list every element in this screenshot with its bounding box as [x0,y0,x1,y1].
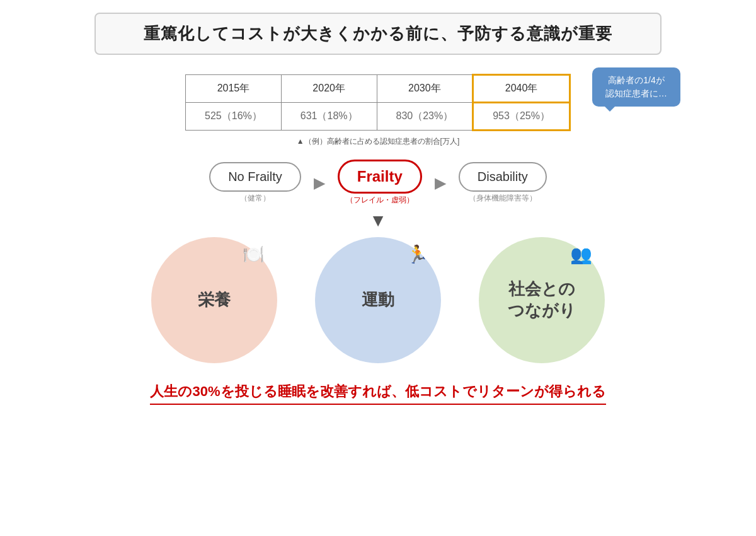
down-arrow-container: ▼ [38,211,718,231]
stats-table: 2015年 2020年 2030年 2040年 525（16%） 631（18%… [185,74,571,131]
frailty-sub: （フレイル・虚弱） [346,195,414,206]
no-frailty-item: No Frailty （健常） [209,162,301,204]
exercise-label: 運動 [362,289,394,311]
social-icon: 👥 [570,243,592,266]
callout-line1: 高齢者の1/4が [608,75,664,85]
frailty-progression: No Frailty （健常） ▶ Frailty （フレイル・虚弱） ▶ Di… [38,160,718,206]
social-label: 社会との つながり [508,279,576,322]
value-2020: 631（18%） [281,103,377,131]
callout-line2: 認知症患者に… [605,88,667,98]
page-title: 重篤化してコストが大きくかかる前に、予防する意識が重要 [115,23,641,45]
no-frailty-box: No Frailty [209,162,301,192]
frailty-box: Frailty [338,160,422,194]
disability-item: Disability （身体機能障害等） [459,162,547,204]
year-2040-header: 2040年 [473,75,570,103]
down-arrow-icon: ▼ [369,211,387,231]
social-circle-item: 👥 社会との つながり [479,237,605,363]
value-2040: 953（25%） [473,103,570,131]
year-2030-header: 2030年 [377,75,473,103]
stats-note: ▲（例）高齢者に占める認知症患者の割合[万人] [38,136,718,147]
title-box: 重篤化してコストが大きくかかる前に、予防する意識が重要 [94,13,662,55]
bottom-container: 人生の30%を投じる睡眠を改善すれば、低コストでリターンが得られる [38,382,718,405]
nutrition-circle: 🍽️ 栄養 [151,237,277,363]
stats-section: 2015年 2020年 2030年 2040年 525（16%） 631（18%… [38,74,718,131]
exercise-icon: 🏃 [406,243,428,266]
nutrition-label: 栄養 [198,289,231,311]
year-2015-header: 2015年 [186,75,282,103]
disability-sub: （身体機能障害等） [469,193,537,204]
value-2015: 525（16%） [186,103,282,131]
no-frailty-sub: （健常） [240,193,270,204]
circles-section: 🍽️ 栄養 🏃 運動 👥 社会との つながり [38,237,718,363]
social-circle: 👥 社会との つながり [479,237,605,363]
callout-bubble: 高齢者の1/4が 認知症患者に… [592,67,680,107]
exercise-circle-item: 🏃 運動 [315,237,441,363]
year-2020-header: 2020年 [281,75,377,103]
arrow-right-2: ▶ [435,174,446,192]
disability-box: Disability [459,162,547,192]
nutrition-circle-item: 🍽️ 栄養 [151,237,277,363]
exercise-circle: 🏃 運動 [315,237,441,363]
value-2030: 830（23%） [377,103,473,131]
bottom-text: 人生の30%を投じる睡眠を改善すれば、低コストでリターンが得られる [150,382,605,405]
arrow-right-1: ▶ [314,174,325,192]
frailty-item: Frailty （フレイル・虚弱） [338,160,422,206]
nutrition-icon: 🍽️ [243,243,265,266]
